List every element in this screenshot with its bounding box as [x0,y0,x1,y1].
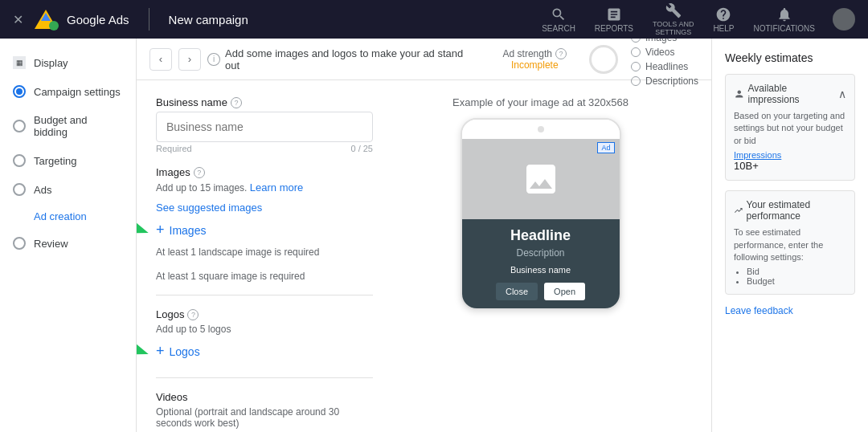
ad-option-label-headlines: Headlines [645,61,688,72]
divider-1 [156,295,373,295]
sidebar-label-display: Display [34,57,68,69]
close-icon[interactable]: ✕ [13,12,23,27]
tools-label: TOOLS ANDSETTINGS [653,20,694,36]
ad-option-label-images: Images [645,39,677,43]
ad-badge: Ad [597,142,614,153]
impressions-link[interactable]: Impressions [734,150,846,160]
sidebar-label-review: Review [34,238,68,250]
images-info-icon[interactable]: ? [194,167,205,178]
sidebar-item-targeting[interactable]: Targeting [0,146,136,175]
add-logos-button[interactable]: + Logos [156,343,200,360]
ad-option-label-videos: Videos [645,47,674,58]
ad-business-name: Business name [470,265,612,275]
performance-item-budget: Budget [747,276,846,286]
main-layout: ▦ Display Campaign settings Budget and b… [0,39,868,432]
sidebar-item-review[interactable]: Review [0,229,136,258]
logos-add-row: + Logos [156,343,373,365]
ad-strength-label-row: Ad strength ? [503,48,567,59]
ad-strength-circle [589,45,618,74]
radio-campaign [13,85,26,98]
step-info-icon[interactable]: i [207,53,220,66]
ad-open-button[interactable]: Open [544,283,585,300]
right-panel: Weekly estimates Available impressions ∧… [711,39,868,432]
business-name-info-icon[interactable]: ? [231,97,242,108]
performance-list: Bid Budget [734,267,846,286]
plus-icon-images: + [156,222,165,238]
business-name-input[interactable] [156,112,373,142]
svg-point-2 [49,21,59,31]
preview-title: Example of your image ad at 320x568 [452,96,628,108]
radio-descriptions [631,76,641,86]
help-nav-btn[interactable]: HELP [705,3,742,36]
nav-right: SEARCH REPORTS TOOLS ANDSETTINGS HELP NO… [534,0,855,39]
ad-strength-value: Incomplete [511,59,559,71]
plus-icon-logos: + [156,343,165,360]
ad-strength-container: Ad strength ? Incomplete Images Videos [487,39,698,87]
images-add-row: + Images [156,222,373,243]
ad-image-area: Ad [462,139,620,219]
content-area: ‹ › i Add some images and logos to make … [137,39,711,432]
images-section-label: Images ? [156,166,373,178]
impressions-collapse-icon[interactable]: ∧ [838,88,846,100]
sidebar-item-ads[interactable]: Ads [0,175,136,204]
ad-content: Headline Description Business name Close… [462,219,620,308]
phone-frame: Ad Headline Description Business name Cl… [461,118,621,310]
ad-strength-label: Ad strength [503,48,552,59]
radio-videos [631,47,641,57]
sidebar: ▦ Display Campaign settings Budget and b… [0,39,137,432]
sidebar-item-ad-creation[interactable]: Ad creation [0,204,136,229]
search-nav-btn[interactable]: SEARCH [534,3,583,36]
preview-column: Example of your image ad at 320x568 Ad [389,96,692,432]
radio-images [631,39,641,43]
tools-nav-btn[interactable]: TOOLS ANDSETTINGS [645,0,702,39]
logo-svg [33,6,59,32]
notifications-nav-btn[interactable]: NOTIFICATIONS [746,3,823,36]
radio-review [13,237,26,250]
videos-section-label: Videos [156,391,373,403]
ad-strength-info-icon[interactable]: ? [555,48,567,59]
leave-feedback-link[interactable]: Leave feedback [725,305,793,316]
sidebar-label-budget: Budget and bidding [34,114,123,138]
ad-option-videos: Videos [631,47,698,58]
ad-cta-buttons: Close Open [470,283,612,300]
ad-headline: Headline [470,227,612,244]
images-hint2: At least 1 square image is required [156,271,373,282]
forward-button[interactable]: › [178,48,201,71]
sidebar-item-campaign-settings[interactable]: Campaign settings [0,77,136,106]
top-navigation: ✕ Google Ads New campaign SEARCH REPORTS… [0,0,868,39]
phone-camera [538,126,544,132]
images-sublabel: Add up to 15 images. Learn more [156,181,373,194]
logos-info-icon[interactable]: ? [187,309,199,320]
green-arrow-images [137,218,152,246]
form-column: Business name ? Required 0 / 25 Images ? [156,96,389,432]
display-icon: ▦ [13,56,26,69]
videos-sublabel: Optional (portrait and landscape around … [156,406,373,429]
ad-option-descriptions: Descriptions [631,75,698,87]
green-arrow-logos [137,339,152,367]
add-images-button[interactable]: + Images [156,222,206,238]
impressions-desc: Based on your targeting and settings but… [734,110,846,147]
image-placeholder-icon [522,160,560,198]
sidebar-item-budget-bidding[interactable]: Budget and bidding [0,106,136,146]
performance-card-title: Your estimated performance [734,199,846,222]
user-avatar[interactable] [833,8,855,31]
impressions-value: 10B+ [734,160,846,172]
sidebar-label-campaign: Campaign settings [34,86,121,98]
radio-headlines [631,62,641,71]
ad-close-button[interactable]: Close [496,283,538,300]
impressions-card-header: Available impressions ∧ [734,83,846,105]
campaign-title: New campaign [169,13,248,26]
radio-targeting [13,154,26,167]
sidebar-item-display[interactable]: ▦ Display [0,48,136,77]
estimated-performance-card: Your estimated performance To see estima… [725,190,855,295]
see-suggested-images-link[interactable]: See suggested images [156,202,373,214]
ad-strength-section: Ad strength ? Incomplete [503,48,567,71]
reports-nav-btn[interactable]: REPORTS [587,3,641,36]
learn-more-link[interactable]: Learn more [250,181,303,194]
back-button[interactable]: ‹ [149,48,172,71]
divider-2 [156,377,373,378]
performance-item-bid: Bid [747,267,846,276]
step-info-text: Add some images and logos to make your a… [225,47,481,71]
ad-option-label-descriptions: Descriptions [645,75,698,87]
available-impressions-card: Available impressions ∧ Based on your ta… [725,74,855,181]
